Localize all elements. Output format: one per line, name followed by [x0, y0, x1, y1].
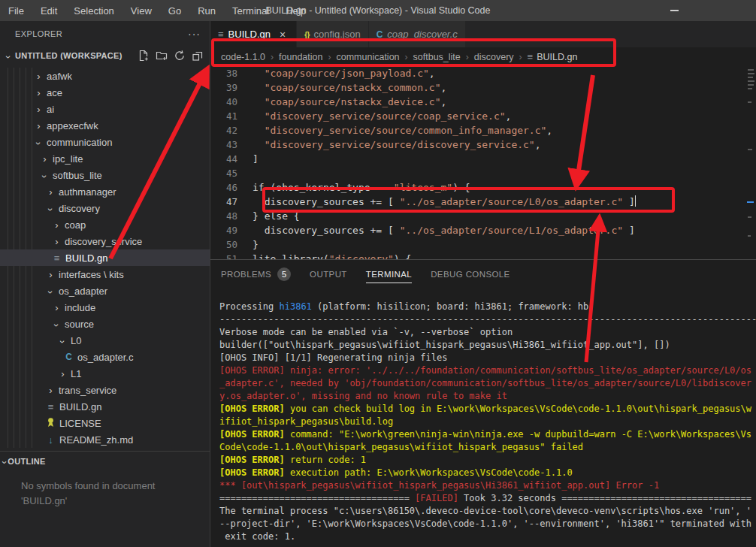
tab-config-json[interactable]: {}config.json — [297, 21, 369, 47]
tree-item-os-adapter[interactable]: ›os_adapter — [0, 283, 210, 299]
line-number: 47 — [210, 195, 237, 209]
minimap-mark — [748, 216, 751, 218]
terminal-segment: [OHOS INFO] [1/1] Regenerating ninja fil… — [219, 352, 447, 363]
terminal-line: y.os_adapter.o', missing and no known ru… — [219, 390, 756, 403]
tree-item-interfaces-kits[interactable]: ›interfaces \ kits — [0, 266, 210, 283]
tree-item-include[interactable]: ›include — [0, 299, 210, 316]
minimap[interactable] — [746, 66, 756, 259]
tree-item-ace[interactable]: ›ace — [0, 84, 210, 101]
breadcrumb-item-communication[interactable]: communication — [336, 52, 399, 62]
menu-selection[interactable]: Selection — [65, 0, 122, 21]
tab-coap-discover-c[interactable]: Ccoap_discover.c — [369, 21, 466, 47]
tree-item-softbus-lite[interactable]: ›softbus_lite — [0, 167, 210, 183]
tree-item-authmanager[interactable]: ›authmanager — [0, 183, 210, 200]
code-segment — [253, 68, 265, 79]
tree-item-os-adapter-c[interactable]: Cos_adapter.c — [0, 349, 210, 365]
tree-item-aafwk[interactable]: ›aafwk — [0, 68, 210, 84]
terminal-segment: Took 3.32 seconds — [458, 493, 561, 503]
panel-tab-problems[interactable]: PROBLEMS5 — [221, 260, 291, 288]
tree-item-ipc-lite[interactable]: ›ipc_lite — [0, 150, 210, 167]
menu-run[interactable]: Run — [189, 0, 224, 21]
line-number: 44 — [210, 152, 237, 166]
new-folder-icon[interactable] — [156, 50, 168, 62]
menu-help[interactable]: Help — [277, 0, 314, 21]
tree-item-trans-service[interactable]: ›trans_service — [0, 382, 210, 398]
more-actions-icon[interactable]: ··· — [188, 28, 201, 40]
terminal-output[interactable]: Processing hi3861 (platform: hisilicon; … — [210, 288, 756, 547]
code-segment: "../os_adapter/source/L0/os_adapter.c" — [400, 196, 623, 207]
terminal-line: ifiiot_hispark_pegasus\build.log — [219, 416, 756, 428]
chevron-down-icon: › — [34, 138, 44, 149]
terminal-segment: exit code: 1. — [219, 531, 295, 542]
tab-build-gn[interactable]: ≡BUILD.gn× — [210, 21, 297, 47]
chevron-right-icon: › — [45, 187, 56, 197]
breadcrumb-label: communication — [336, 52, 399, 62]
tree-item-discovery[interactable]: ›discovery — [0, 200, 210, 216]
terminal-segment: --project-dir', 'E:\work\Workspaces\VsCo… — [219, 518, 751, 529]
terminal-segment: builder(["out\hispark_pegasus\wifiiot_hi… — [219, 340, 670, 350]
menu-file[interactable]: File — [0, 0, 32, 21]
terminal-line: ----------------------------------------… — [219, 313, 756, 326]
vscode-window: FileEditSelectionViewGoRunTerminalHelp B… — [0, 0, 756, 547]
close-icon[interactable]: × — [277, 29, 289, 41]
tree-item-build-gn[interactable]: ≡BUILD.gn — [0, 398, 210, 415]
tree-item-label: ai — [47, 104, 54, 115]
tree-item-label: coap — [65, 219, 86, 231]
outline-header[interactable]: › OUTLINE — [0, 452, 210, 471]
breadcrumb-item-code-1-1-0[interactable]: code-1.1.0 — [221, 52, 265, 62]
breadcrumb-item-discovery[interactable]: discovery — [474, 52, 514, 62]
line-number: 46 — [210, 180, 237, 195]
code-editor[interactable]: 38 "coap/source/json_payload.c",39 "coap… — [210, 66, 756, 259]
minimap-mark — [748, 80, 754, 82]
code-segment: , — [440, 82, 446, 93]
tree-item-discovery-service[interactable]: ›discovery_service — [0, 233, 210, 249]
terminal-segment: y.os_adapter.o', missing and no known ru… — [219, 391, 507, 401]
terminal-segment: return code: 1 — [285, 455, 366, 465]
code-segment: if (ohos_kernel_type == — [253, 182, 394, 193]
tree-item-appexecfwk[interactable]: ›appexecfwk — [0, 117, 210, 134]
new-file-icon[interactable] — [138, 50, 150, 62]
panel-tab-output[interactable]: OUTPUT — [310, 260, 347, 288]
terminal-segment: [FAILED] — [415, 493, 458, 503]
code-line-content: discovery_sources += [ "../os_adapter/so… — [253, 195, 636, 209]
chevron-right-icon: › — [33, 88, 44, 98]
tree-item-label: os_adapter — [59, 286, 107, 297]
tree-item-readme-zh-md[interactable]: ↓README_zh.md — [0, 431, 210, 448]
panel-tab-debug-console[interactable]: DEBUG CONSOLE — [431, 260, 510, 288]
minimize-button[interactable] — [657, 0, 691, 21]
license-file-icon — [45, 417, 56, 429]
tree-item-communication[interactable]: ›communication — [0, 134, 210, 150]
refresh-explorer-icon[interactable] — [174, 50, 186, 62]
code-line: 44] — [210, 152, 756, 166]
tree-item-label: trans_service — [59, 385, 116, 396]
panel-tab-terminal[interactable]: TERMINAL — [366, 260, 412, 288]
line-number: 42 — [210, 123, 237, 138]
menu-go[interactable]: Go — [160, 0, 189, 21]
breadcrumb-item-softbus-lite[interactable]: softbus_lite — [413, 52, 461, 62]
markdown-file-icon: ↓ — [45, 434, 56, 446]
collapse-folders-icon[interactable] — [192, 50, 204, 62]
tree-item-source[interactable]: ›source — [0, 316, 210, 332]
menu-view[interactable]: View — [122, 0, 160, 21]
breadcrumb-item-build-gn[interactable]: ≡BUILD.gn — [528, 51, 578, 62]
terminal-line: exit code: 1. — [219, 530, 756, 543]
workspace-section-header[interactable]: › UNTITLED (WORKSPACE) — [0, 47, 210, 65]
menu-terminal[interactable]: Terminal — [224, 0, 277, 21]
panel-tab-label: PROBLEMS — [221, 270, 271, 279]
code-segment: "discovery_service/source/discovery_serv… — [265, 139, 535, 150]
terminal-segment: you can check build log in E:\work\Works… — [285, 403, 751, 414]
terminal-line: Processing hi3861 (platform: hisilicon; … — [219, 301, 756, 313]
tree-item-ai[interactable]: ›ai — [0, 101, 210, 117]
code-line: 50} — [210, 237, 756, 252]
code-line: 51lite_library("discovery") { — [210, 252, 756, 259]
menu-edit[interactable]: Edit — [32, 0, 65, 21]
tree-item-l1[interactable]: ›L1 — [0, 365, 210, 382]
tree-item-build-gn[interactable]: ≡BUILD.gn — [0, 249, 210, 266]
code-segment: "liteos_m" — [394, 182, 452, 193]
tree-item-coap[interactable]: ›coap — [0, 216, 210, 233]
breadcrumb-item-foundation[interactable]: foundation — [279, 52, 322, 62]
tree-item-license[interactable]: LICENSE — [0, 415, 210, 431]
terminal-segment: [OHOS ERROR] — [219, 455, 285, 465]
breadcrumb-label: foundation — [279, 52, 322, 62]
tree-item-l0[interactable]: ›L0 — [0, 332, 210, 349]
